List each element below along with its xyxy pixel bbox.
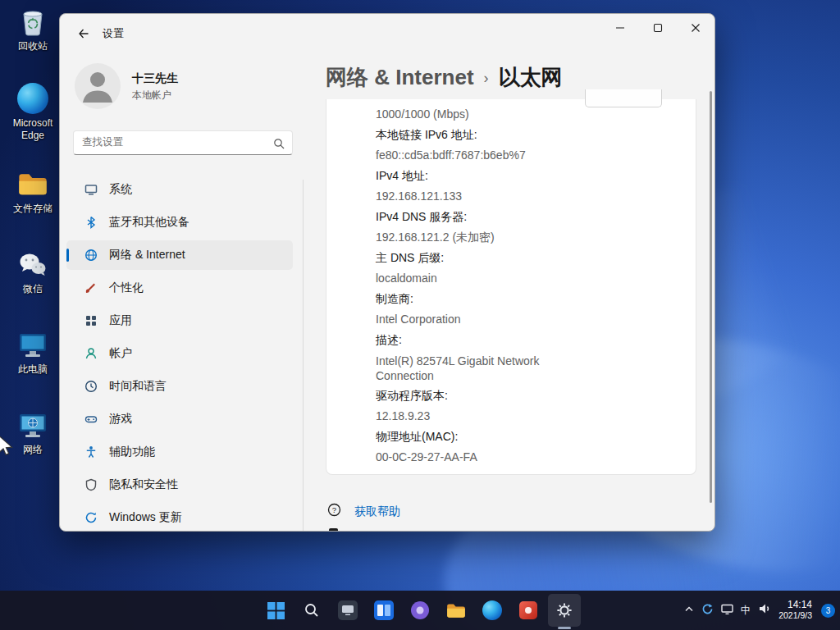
help-icon: ?: [327, 503, 341, 520]
folder-icon: [445, 600, 467, 621]
sidebar-item-label: 系统: [109, 182, 132, 197]
sidebar-item-accessibility[interactable]: 辅助功能: [66, 437, 293, 467]
prop-label: 描述:: [376, 330, 681, 350]
desktop-icon-wechat[interactable]: 微信: [1, 248, 65, 295]
prop-value: 192.168.121.2 (未加密): [376, 227, 681, 248]
ime-indicator[interactable]: 中: [741, 604, 751, 618]
taskbar-search-button[interactable]: [295, 594, 328, 627]
accessibility-icon: [84, 445, 98, 459]
update-icon: [84, 511, 98, 524]
network-icon: [16, 409, 49, 441]
sidebar-item-privacy-security[interactable]: 隐私和安全性: [66, 470, 293, 500]
user-account-type: 本地帐户: [132, 89, 171, 103]
search-icon: [304, 602, 320, 619]
sidebar-item-label: 辅助功能: [109, 445, 155, 459]
get-help-row: ? 获取帮助: [327, 503, 400, 520]
get-help-link[interactable]: 获取帮助: [354, 504, 400, 519]
bluetooth-icon: [84, 216, 98, 229]
copy-button-partial[interactable]: [585, 89, 662, 107]
system-tray: 中 14:14 2021/9/3 3: [684, 591, 835, 630]
tray-expand-button[interactable]: [684, 603, 694, 618]
sidebar-item-personalization[interactable]: 个性化: [66, 273, 293, 303]
sidebar-item-network-internet[interactable]: 网络 & Internet: [66, 240, 293, 270]
sidebar-item-label: 应用: [109, 313, 132, 328]
desktop: 回收站 Microsoft Edge 文件存储 微信: [0, 0, 840, 630]
taskbar-app-panes[interactable]: [368, 594, 400, 627]
taskbar-clock[interactable]: 14:14 2021/9/3: [778, 600, 812, 621]
taskbar-app-widgets[interactable]: [331, 594, 364, 627]
prop-label: 物理地址(MAC):: [376, 427, 681, 447]
prop-value: localdomain: [376, 268, 681, 289]
search-icon: [273, 138, 285, 153]
taskbar-app-media[interactable]: [404, 594, 436, 627]
person-icon: [75, 63, 121, 109]
blue-panes-icon: [374, 600, 394, 620]
close-icon: [691, 23, 701, 33]
sidebar-item-accounts[interactable]: 帐户: [66, 339, 293, 368]
chevron-up-icon: [684, 605, 694, 614]
sidebar-item-time-language[interactable]: 时间和语言: [66, 372, 293, 401]
sidebar-item-gaming[interactable]: 游戏: [66, 404, 293, 434]
user-name: 十三先生: [132, 71, 178, 86]
content-scrollbar[interactable]: [710, 91, 712, 503]
monitor-icon: [84, 183, 98, 196]
desktop-icon-label: 微信: [1, 283, 65, 295]
window-title: 设置: [103, 14, 124, 53]
edge-button[interactable]: [476, 594, 509, 627]
purple-app-icon: [410, 600, 430, 620]
apps-grid-icon: [84, 314, 98, 327]
edge-icon: [482, 600, 502, 620]
settings-nav: 系统 蓝牙和其他设备 网络 & Internet 个性化: [66, 175, 293, 532]
sidebar-item-label: 网络 & Internet: [109, 248, 185, 262]
desktop-icon-recycle-bin[interactable]: 回收站: [1, 5, 65, 52]
person-icon: [84, 347, 98, 360]
search-input[interactable]: [74, 131, 271, 153]
recycle-bin-icon: [16, 5, 49, 38]
file-explorer-button[interactable]: [440, 594, 472, 627]
back-arrow-icon: [77, 27, 90, 40]
volume-icon[interactable]: [758, 602, 771, 619]
sidebar-item-system[interactable]: 系统: [66, 175, 293, 204]
sidebar-item-apps[interactable]: 应用: [66, 306, 293, 336]
tray-cast-icon[interactable]: [721, 603, 733, 619]
folder-icon: [16, 167, 49, 200]
tray-sync-icon[interactable]: [701, 603, 714, 619]
prop-label: 主 DNS 后缀:: [376, 248, 681, 268]
prop-label: 制造商:: [376, 289, 681, 309]
sidebar-item-bluetooth[interactable]: 蓝牙和其他设备: [66, 208, 293, 237]
svg-text:?: ?: [332, 505, 336, 514]
prop-label: 本地链接 IPv6 地址:: [376, 125, 681, 145]
sidebar-item-label: 游戏: [109, 412, 132, 427]
gear-icon: [555, 601, 573, 619]
desktop-icon-label: Microsoft Edge: [1, 117, 65, 142]
sidebar-item-label: Windows 更新: [109, 510, 182, 525]
breadcrumb: 网络 & Internet › 以太网: [326, 63, 563, 92]
close-button[interactable]: [677, 14, 714, 42]
start-button[interactable]: [259, 594, 292, 627]
selected-accent-bar: [66, 249, 69, 262]
settings-button[interactable]: [548, 594, 581, 627]
desktop-icon-this-pc[interactable]: 此电脑: [1, 328, 65, 376]
desktop-icon-edge[interactable]: Microsoft Edge: [1, 82, 65, 142]
minimize-button[interactable]: [601, 14, 639, 42]
red-app-icon: [519, 601, 537, 619]
back-button[interactable]: [71, 23, 96, 44]
taskbar-app-photos[interactable]: [512, 594, 545, 627]
notification-badge[interactable]: 3: [821, 604, 835, 618]
sidebar-item-label: 隐私和安全性: [109, 477, 178, 492]
avatar[interactable]: [75, 63, 121, 109]
gamepad-icon: [84, 413, 98, 426]
mouse-cursor: [0, 436, 14, 459]
sidebar-item-windows-update[interactable]: Windows 更新: [66, 503, 293, 532]
tray-date: 2021/9/3: [778, 610, 812, 621]
feedback-partial-icon: [329, 528, 338, 532]
sidebar-item-label: 个性化: [109, 281, 144, 295]
maximize-button[interactable]: [639, 14, 677, 42]
sidebar-item-label: 时间和语言: [109, 379, 167, 394]
desktop-icon-label: 文件存储: [1, 203, 65, 215]
breadcrumb-parent[interactable]: 网络 & Internet: [326, 63, 474, 92]
settings-window: 设置 十三先生 本地帐户: [59, 13, 715, 532]
desktop-icon-label: 此电脑: [1, 363, 65, 376]
desktop-icon-file-storage[interactable]: 文件存储: [1, 167, 65, 215]
breadcrumb-current: 以太网: [499, 63, 563, 92]
